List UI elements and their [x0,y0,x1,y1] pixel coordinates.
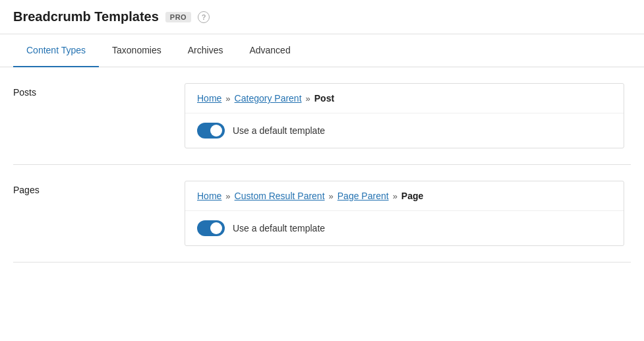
pages-template-box: Home » Custom Result Parent » Page Paren… [185,181,624,246]
page-title: Breadcrumb Templates [13,9,159,24]
pages-toggle-row: Use a default template [185,211,624,245]
pages-breadcrumb-current: Page [401,191,423,201]
pages-breadcrumb-home[interactable]: Home [197,191,221,201]
pages-breadcrumb-page-parent[interactable]: Page Parent [337,191,389,201]
posts-section: Posts Home » Category Parent » Post Use … [13,67,631,165]
pages-toggle[interactable] [197,220,225,236]
posts-toggle-row: Use a default template [185,113,624,148]
posts-sep-1: » [225,94,230,104]
pages-breadcrumb: Home » Custom Result Parent » Page Paren… [185,181,624,211]
posts-template-box: Home » Category Parent » Post Use a defa… [185,83,624,148]
posts-breadcrumb: Home » Category Parent » Post [185,84,624,113]
pages-toggle-label: Use a default template [233,223,325,233]
posts-breadcrumb-home[interactable]: Home [197,93,221,104]
posts-sep-2: » [306,94,310,104]
pages-label: Pages [13,181,185,195]
pages-breadcrumb-custom[interactable]: Custom Result Parent [235,191,325,201]
posts-label: Posts [13,83,185,98]
posts-breadcrumb-current: Post [314,93,334,104]
pages-sep-2: » [329,191,334,201]
pro-badge: PRO [165,12,191,22]
tab-advanced[interactable]: Advanced [236,34,303,67]
tab-content-types[interactable]: Content Types [13,34,99,67]
tab-archives[interactable]: Archives [175,34,237,67]
posts-toggle[interactable] [197,123,225,139]
posts-toggle-label: Use a default template [233,125,325,136]
page-header: Breadcrumb Templates PRO ? [0,0,644,34]
help-icon[interactable]: ? [198,11,210,23]
pages-sep-3: » [393,191,397,201]
tab-taxonomies[interactable]: Taxonomies [99,34,175,67]
posts-breadcrumb-category[interactable]: Category Parent [235,93,302,104]
main-content: Posts Home » Category Parent » Post Use … [0,67,644,263]
pages-sep-1: » [225,191,230,201]
tab-bar: Content Types Taxonomies Archives Advanc… [0,34,644,67]
pages-section: Pages Home » Custom Result Parent » Page… [13,165,631,263]
